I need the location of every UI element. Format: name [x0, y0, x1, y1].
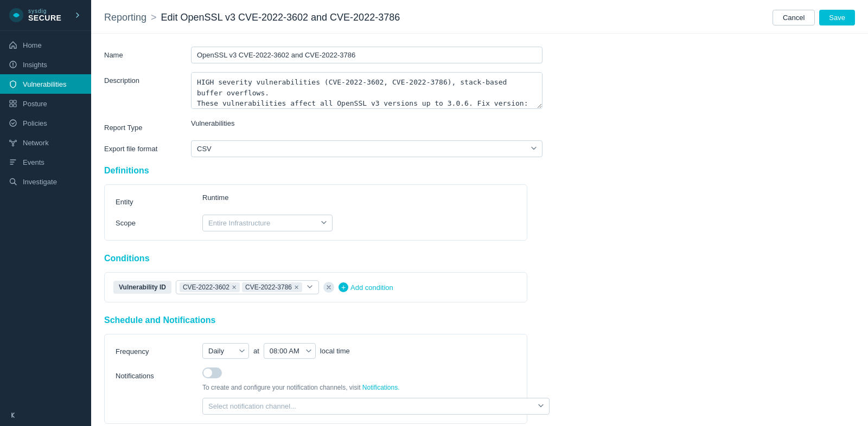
main-content: Reporting > Edit OpenSSL v3 CVE-2022-360…: [91, 0, 868, 426]
schedule-card: Frequency Daily Weekly Monthly: [104, 334, 527, 424]
conditions-card: Vulnerability ID CVE-2022-3602 ✕ CVE-202…: [104, 272, 527, 302]
export-format-select-wrapper: CSV JSON PDF: [191, 140, 542, 157]
tag-label-1: CVE-2022-3602: [183, 283, 229, 291]
condition-type-badge: Vulnerability ID: [113, 281, 171, 294]
notifications-link[interactable]: Notifications.: [362, 384, 400, 391]
sidebar-item-label: Policies: [23, 119, 47, 127]
description-label: Description: [104, 72, 191, 85]
breadcrumb-separator: >: [151, 12, 157, 23]
name-row: Name: [104, 47, 610, 63]
notifications-label: Notifications: [116, 367, 202, 380]
policies-icon: [9, 119, 17, 127]
scope-control: Entire Infrastructure: [202, 215, 516, 231]
sysdig-logo-icon: [9, 8, 24, 23]
sidebar-item-policies[interactable]: Policies: [0, 113, 91, 133]
sidebar-item-events[interactable]: Events: [0, 152, 91, 172]
svg-rect-3: [14, 100, 16, 103]
sidebar-collapse-button[interactable]: [0, 404, 91, 426]
frequency-select[interactable]: Daily Weekly Monthly: [202, 343, 249, 359]
notifications-control: To create and configure your notificatio…: [202, 367, 550, 415]
sidebar-logo: sysdig SECURE: [0, 0, 91, 31]
svg-point-7: [12, 141, 14, 144]
description-control: [191, 72, 610, 111]
export-format-row: Export file format CSV JSON PDF: [104, 140, 610, 157]
add-condition-button[interactable]: + Add condition: [339, 282, 393, 292]
sidebar-item-investigate[interactable]: Investigate: [0, 172, 91, 191]
sidebar-item-label: Network: [23, 139, 49, 147]
frequency-row: Frequency Daily Weekly Monthly: [116, 343, 516, 359]
collapse-icon: [9, 411, 17, 419]
logo-secure: SECURE: [28, 14, 61, 22]
frequency-select-wrapper: Daily Weekly Monthly: [202, 343, 249, 359]
entity-row: Entity Runtime: [116, 193, 516, 206]
notification-channel-select[interactable]: Select notification channel...: [202, 398, 550, 415]
add-condition-label: Add condition: [350, 283, 393, 292]
sidebar-expand-button[interactable]: [73, 10, 82, 20]
frequency-control: Daily Weekly Monthly at 08:00 AM: [202, 343, 516, 359]
header-actions: Cancel Save: [773, 10, 855, 25]
report-type-value: Vulnerabilities: [191, 115, 234, 127]
frequency-inputs: Daily Weekly Monthly at 08:00 AM: [202, 343, 516, 359]
report-type-row: Report Type Vulnerabilities: [104, 119, 610, 132]
toggle-knob: [203, 369, 212, 377]
sidebar-item-label: Insights: [23, 61, 47, 69]
export-format-select[interactable]: CSV JSON PDF: [191, 140, 542, 157]
report-type-label: Report Type: [104, 119, 191, 132]
events-icon: [9, 158, 17, 166]
description-textarea[interactable]: [191, 72, 542, 109]
condition-tags-wrapper: CVE-2022-3602 ✕ CVE-2022-3786 ✕: [176, 280, 319, 294]
home-icon: [9, 41, 17, 49]
entity-control: Runtime: [202, 193, 516, 202]
notifications-text-part: To create and configure your notificatio…: [202, 384, 361, 391]
breadcrumb: Reporting > Edit OpenSSL v3 CVE-2022-360…: [104, 12, 400, 23]
sidebar-item-network[interactable]: Network: [0, 133, 91, 152]
sidebar-item-posture[interactable]: Posture: [0, 94, 91, 113]
svg-point-10: [12, 145, 14, 146]
notifications-row: Notifications To create and configure yo…: [116, 367, 516, 415]
time-select-wrapper: 08:00 AM 09:00 AM: [264, 343, 316, 359]
cancel-button[interactable]: Cancel: [773, 10, 815, 25]
name-input[interactable]: [191, 47, 542, 63]
description-row: Description: [104, 72, 610, 111]
insights-icon: [9, 60, 17, 69]
svg-rect-4: [10, 104, 12, 107]
svg-rect-2: [10, 100, 12, 103]
localtime-label: local time: [320, 347, 350, 355]
schedule-section-header: Schedule and Notifications: [104, 315, 610, 325]
sidebar-item-label: Events: [23, 158, 44, 166]
condition-clear-button[interactable]: [323, 282, 334, 293]
sidebar-item-label: Home: [23, 41, 42, 49]
sidebar-item-label: Investigate: [23, 178, 57, 186]
entity-label: Entity: [116, 193, 202, 206]
page-header: Reporting > Edit OpenSSL v3 CVE-2022-360…: [91, 0, 868, 34]
add-condition-icon: +: [339, 282, 348, 292]
notifications-toggle[interactable]: [202, 367, 222, 378]
entity-value: Runtime: [202, 189, 228, 202]
logo-text: sysdig SECURE: [28, 8, 61, 22]
export-format-label: Export file format: [104, 140, 191, 153]
form-body: Name Description Report Type Vulnerabili…: [91, 34, 623, 426]
scope-row: Scope Entire Infrastructure: [116, 215, 516, 231]
definitions-section-header: Definitions: [104, 166, 610, 176]
tag-remove-2[interactable]: ✕: [294, 285, 299, 291]
definitions-card: Entity Runtime Scope Entire Infrastructu…: [104, 184, 527, 241]
frequency-label: Frequency: [116, 343, 202, 356]
sidebar-item-vulnerabilities[interactable]: Vulnerabilities: [0, 74, 91, 94]
save-button[interactable]: Save: [819, 10, 855, 25]
tag-remove-1[interactable]: ✕: [232, 285, 237, 291]
sidebar-item-insights[interactable]: Insights: [0, 55, 91, 74]
sidebar-item-home[interactable]: Home: [0, 35, 91, 55]
at-label: at: [253, 347, 259, 355]
condition-dropdown-icon[interactable]: [304, 283, 315, 292]
time-select[interactable]: 08:00 AM 09:00 AM: [264, 343, 316, 359]
investigate-icon: [9, 177, 17, 186]
sidebar-nav: Home Insights Vulnerabilities Posture Po…: [0, 31, 91, 404]
breadcrumb-parent[interactable]: Reporting: [104, 12, 146, 23]
shield-icon: [9, 80, 17, 88]
svg-point-6: [10, 120, 16, 126]
name-control: [191, 47, 610, 63]
tag-label-2: CVE-2022-3786: [245, 283, 292, 291]
sidebar-item-label: Vulnerabilities: [23, 80, 66, 88]
scope-select[interactable]: Entire Infrastructure: [202, 215, 333, 231]
conditions-section-header: Conditions: [104, 254, 610, 263]
